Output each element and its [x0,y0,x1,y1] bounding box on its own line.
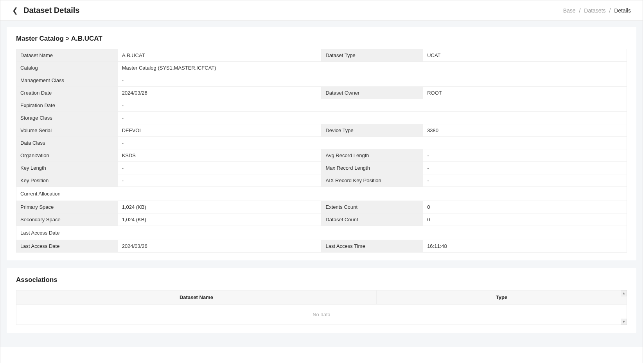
table-row: Dataset Name A.B.UCAT Dataset Type UCAT [16,49,627,62]
label-storage-class: Storage Class [16,112,118,124]
label-volume-serial: Volume Serial [16,124,118,137]
label-last-access-time: Last Access Time [322,240,423,253]
value-dataset-name: A.B.UCAT [118,49,322,62]
label-dataset-type: Dataset Type [322,49,423,62]
label-max-record-length: Max Record Length [322,162,423,174]
table-row-section: Current Allocation [16,187,627,201]
back-icon[interactable]: ❮ [12,7,18,14]
value-primary-space: 1,024 (KB) [118,201,322,213]
breadcrumb-details: Details [614,7,631,14]
label-current-allocation: Current Allocation [16,187,627,201]
heading-separator: > [66,35,71,42]
table-row: Management Class - [16,74,627,87]
value-management-class: - [118,74,627,87]
value-dataset-type: UCAT [423,49,627,62]
value-secondary-space: 1,024 (KB) [118,213,322,226]
table-row: Secondary Space 1,024 (KB) Dataset Count… [16,213,627,226]
value-max-record-length: - [423,162,627,174]
breadcrumb-datasets[interactable]: Datasets [584,7,605,14]
table-row-section: Last Access Date [16,226,627,240]
label-last-access-date: Last Access Date [16,240,118,253]
value-last-access-time: 16:11:48 [423,240,627,253]
table-row: Last Access Date 2024/03/26 Last Access … [16,240,627,253]
breadcrumb-separator: / [579,7,581,14]
associations-table: Dataset Name Type [16,290,627,305]
associations-title: Associations [16,276,627,284]
value-data-class: - [118,137,627,149]
breadcrumb-separator: / [609,7,611,14]
value-last-access-date: 2024/03/26 [118,240,322,253]
label-primary-space: Primary Space [16,201,118,213]
heading-prefix: Master Catalog [16,35,64,42]
label-aix-record-key-position: AIX Record Key Position [322,174,423,187]
label-extents-count: Extents Count [322,201,423,213]
value-dataset-count: 0 [423,213,627,226]
value-creation-date: 2024/03/26 [118,87,322,99]
label-management-class: Management Class [16,74,118,87]
label-catalog: Catalog [16,62,118,74]
label-secondary-space: Secondary Space [16,213,118,226]
table-row: Expiration Date - [16,99,627,112]
table-row: Organization KSDS Avg Record Length - [16,149,627,162]
page-title: Dataset Details [23,6,79,15]
label-key-position: Key Position [16,174,118,187]
label-dataset-count: Dataset Count [322,213,423,226]
associations-panel: Associations Dataset Name Type No data [7,268,636,333]
assoc-header-row: Dataset Name Type [16,290,627,305]
table-row: Key Length - Max Record Length - [16,162,627,174]
breadcrumb-base[interactable]: Base [563,7,576,14]
table-row: Key Position - AIX Record Key Position - [16,174,627,187]
no-data-message: No data [16,305,627,325]
breadcrumb: Base / Datasets / Details [563,7,631,14]
label-data-class: Data Class [16,137,118,149]
table-row: Storage Class - [16,112,627,124]
value-volume-serial: DEFVOL [118,124,322,137]
col-type[interactable]: Type [376,290,627,305]
value-aix-record-key-position: - [423,174,627,187]
details-panel: Master Catalog > A.B.UCAT Dataset Name A… [7,27,636,260]
value-dataset-owner: ROOT [423,87,627,99]
value-catalog: Master Catalog (SYS1.MASTER.ICFCAT) [118,62,627,74]
label-avg-record-length: Avg Record Length [322,149,423,162]
table-row: Creation Date 2024/03/26 Dataset Owner R… [16,87,627,99]
heading-target: A.B.UCAT [71,35,102,42]
label-organization: Organization [16,149,118,162]
label-creation-date: Creation Date [16,87,118,99]
value-device-type: 3380 [423,124,627,137]
col-dataset-name[interactable]: Dataset Name [16,290,377,305]
section-heading: Master Catalog > A.B.UCAT [16,35,627,43]
value-key-position: - [118,174,322,187]
label-expiration-date: Expiration Date [16,99,118,112]
value-storage-class: - [118,112,627,124]
table-row: Primary Space 1,024 (KB) Extents Count 0 [16,201,627,213]
value-avg-record-length: - [423,149,627,162]
label-key-length: Key Length [16,162,118,174]
table-row: Volume Serial DEFVOL Device Type 3380 [16,124,627,137]
value-organization: KSDS [118,149,322,162]
details-table: Dataset Name A.B.UCAT Dataset Type UCAT … [16,49,627,253]
table-row: Catalog Master Catalog (SYS1.MASTER.ICFC… [16,62,627,74]
value-extents-count: 0 [423,201,627,213]
label-dataset-owner: Dataset Owner [322,87,423,99]
table-row: Data Class - [16,137,627,149]
label-device-type: Device Type [322,124,423,137]
label-last-access-date-section: Last Access Date [16,226,627,240]
value-key-length: - [118,162,322,174]
label-dataset-name: Dataset Name [16,49,118,62]
value-expiration-date: - [118,99,627,112]
